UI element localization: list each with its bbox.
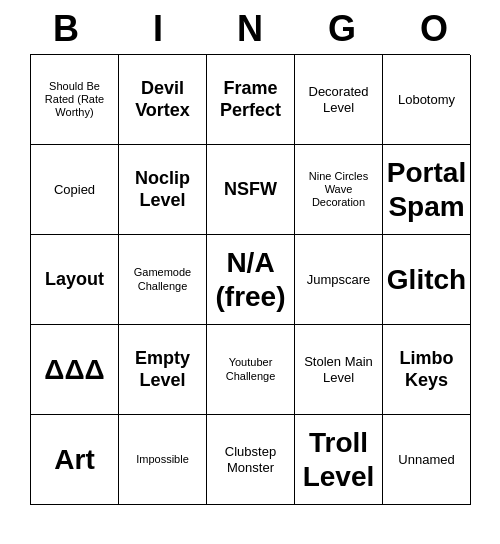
bingo-cell: Lobotomy <box>383 55 471 145</box>
bingo-grid: Should Be Rated (Rate Worthy)Devil Vorte… <box>30 54 470 505</box>
bingo-letter: G <box>298 8 386 50</box>
bingo-cell: Devil Vortex <box>119 55 207 145</box>
bingo-cell: Jumpscare <box>295 235 383 325</box>
bingo-cell: Copied <box>31 145 119 235</box>
bingo-cell: Empty Level <box>119 325 207 415</box>
bingo-letter: N <box>206 8 294 50</box>
bingo-cell: Art <box>31 415 119 505</box>
bingo-cell: Clubstep Monster <box>207 415 295 505</box>
bingo-letter: B <box>22 8 110 50</box>
bingo-cell: Stolen Main Level <box>295 325 383 415</box>
bingo-cell: Nine Circles Wave Decoration <box>295 145 383 235</box>
bingo-cell: Frame Perfect <box>207 55 295 145</box>
bingo-cell: Layout <box>31 235 119 325</box>
bingo-cell: Decorated Level <box>295 55 383 145</box>
bingo-cell: Troll Level <box>295 415 383 505</box>
bingo-cell: Limbo Keys <box>383 325 471 415</box>
bingo-cell: Portal Spam <box>383 145 471 235</box>
bingo-cell: Impossible <box>119 415 207 505</box>
bingo-cell: Noclip Level <box>119 145 207 235</box>
bingo-cell: ΔΔΔ <box>31 325 119 415</box>
bingo-letter: O <box>390 8 478 50</box>
bingo-cell: Gamemode Challenge <box>119 235 207 325</box>
bingo-cell: Unnamed <box>383 415 471 505</box>
bingo-letter: I <box>114 8 202 50</box>
bingo-cell: Should Be Rated (Rate Worthy) <box>31 55 119 145</box>
bingo-cell: Glitch <box>383 235 471 325</box>
bingo-header: BINGO <box>20 0 480 54</box>
bingo-cell: N/A (free) <box>207 235 295 325</box>
bingo-cell: NSFW <box>207 145 295 235</box>
bingo-cell: Youtuber Challenge <box>207 325 295 415</box>
